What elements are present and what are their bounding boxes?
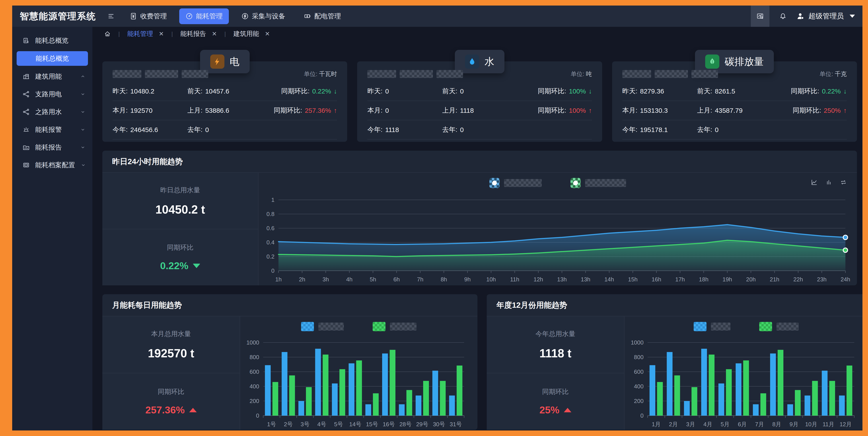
sidebar-item-2[interactable]: 建筑用能: [12, 68, 92, 85]
close-icon[interactable]: ✕: [212, 30, 217, 37]
tab-separator: |: [224, 31, 226, 37]
card-stat-cell: 同期环比: 250%↑: [772, 106, 847, 115]
building-icon: [22, 73, 30, 80]
chart-legend: [258, 173, 857, 193]
svg-text:600: 600: [634, 368, 644, 375]
tab-label: 能耗管理: [127, 29, 153, 38]
card-stat-cell: 今年: 1118: [367, 125, 442, 134]
tab-能耗报告[interactable]: 能耗报告✕: [180, 29, 217, 38]
sidebar-item-4[interactable]: 之路用水: [12, 103, 92, 121]
stat-cell-label: 同期环比:: [793, 106, 821, 115]
redacted-legend-label: [318, 322, 344, 331]
stat-cell-label: 今年:: [622, 125, 638, 134]
summary-card-水: 水单位: 吨昨天: 0前天: 0同期环比: 100%↓本月: 0上月: 1118…: [357, 61, 602, 142]
stat-cell-label: 同期环比:: [791, 87, 819, 96]
chevron-down-icon: [80, 145, 86, 150]
chart-toolbar: [810, 179, 847, 186]
svg-text:10月: 10月: [805, 421, 817, 428]
svg-text:18h: 18h: [699, 276, 709, 283]
card-stat-cell: 昨天: 10480.2: [113, 87, 187, 96]
legend-marker-blue: [694, 322, 707, 331]
card-stat-cell: 前天: 8261.5: [697, 87, 772, 96]
svg-text:4月: 4月: [703, 421, 712, 428]
redacted-text-block: [145, 70, 178, 78]
unit-value: 吨: [586, 71, 592, 77]
card-stat-cell: 同期环比: 0.22%↓: [772, 87, 847, 96]
nav-item-采集与设备[interactable]: 采集与设备: [235, 8, 291, 24]
legend-marker-green: [373, 322, 385, 331]
svg-text:0.6: 0.6: [267, 225, 275, 231]
close-icon[interactable]: ✕: [159, 30, 164, 37]
nav-item-能耗管理[interactable]: 能耗管理: [179, 8, 229, 24]
redacted-site-name: [367, 70, 463, 78]
monthly-bar-chart: 020040060080010001月2月3月4月5月6月7月8月9月10月11…: [624, 337, 863, 430]
stat-cell-value: 8261.5: [715, 88, 735, 95]
user-menu[interactable]: 超级管理员: [797, 11, 855, 21]
screenshot-frame: { "navbar": { "brand": "智慧能源管理系统", "menu…: [0, 0, 868, 436]
tab-能耗管理[interactable]: 能耗管理✕: [127, 29, 164, 38]
nav-item-配电管理[interactable]: 配电管理: [298, 8, 347, 24]
stat-label: 同期环比: [158, 387, 184, 396]
branch-icon: [22, 108, 30, 116]
restore-chart-icon[interactable]: [840, 179, 847, 186]
svg-text:0: 0: [271, 268, 275, 274]
svg-text:16号: 16号: [382, 421, 395, 428]
tab-label: 建筑用能: [234, 29, 259, 38]
card-stat-cell: 同期环比: 0.22%↓: [262, 87, 337, 96]
card-stat-cell: 上月: 53886.6: [187, 106, 262, 115]
sidebar-item-6[interactable]: 能耗报告: [12, 138, 92, 156]
nav-item-label: 能耗管理: [196, 12, 223, 21]
chevron-down-icon: [80, 91, 86, 97]
chart-search-button[interactable]: [751, 5, 769, 27]
redacted-text-block: [436, 70, 463, 78]
svg-text:3号: 3号: [301, 421, 309, 428]
stat-label: 今年总用水量: [535, 330, 575, 339]
svg-text:5号: 5号: [334, 421, 343, 428]
svg-text:11h: 11h: [510, 276, 519, 283]
svg-text:11月: 11月: [823, 421, 834, 428]
stat-cell-value: 0: [715, 126, 719, 133]
svg-text:600: 600: [250, 368, 259, 375]
legend-item-green-series[interactable]: [759, 322, 799, 331]
hourly-trend-panel: 昨日24小时用能趋势 昨日总用水量 10450.2 t 同期环比 0.22%: [102, 151, 857, 285]
sidebar-item-0[interactable]: 能耗总概览: [12, 32, 92, 50]
monthly-trend-panel: 年度12月份用能趋势 今年总用水量 1118 t 同期环比 25%: [487, 294, 863, 430]
svg-text:5h: 5h: [370, 276, 376, 283]
card-stat-cell: 同期环比: 100%↓: [517, 87, 592, 96]
svg-text:20h: 20h: [746, 276, 756, 283]
sidebar-collapse-button[interactable]: [107, 12, 115, 20]
nav-item-收费管理[interactable]: 收费管理: [123, 8, 173, 24]
home-icon[interactable]: [104, 31, 111, 37]
tab-建筑用能[interactable]: 建筑用能✕: [234, 29, 270, 38]
stat-cell-label: 同期环比:: [538, 87, 566, 96]
legend-item-green-series[interactable]: [373, 322, 416, 331]
legend-item-green-series[interactable]: [570, 178, 626, 188]
notifications-bell-icon[interactable]: [779, 12, 787, 20]
stat-cell-value: 53886.6: [205, 107, 229, 114]
close-icon[interactable]: ✕: [265, 30, 270, 37]
stat-label: 本月总用水量: [151, 330, 191, 339]
legend-marker-green: [759, 322, 772, 331]
redacted-legend-label: [711, 322, 731, 331]
stat-cell-label: 去年:: [442, 125, 457, 134]
redacted-legend-label: [504, 179, 542, 187]
stat-cell-label: 前天:: [187, 87, 203, 96]
sidebar-item-5[interactable]: 能耗报警: [12, 121, 92, 138]
sidebar-item-3[interactable]: 支路用电: [12, 85, 92, 103]
legend-item-blue-series[interactable]: [694, 322, 731, 331]
toggle-bar-chart-icon[interactable]: [825, 179, 833, 186]
svg-text:0: 0: [256, 412, 259, 419]
stat-cell-value: 195178.1: [640, 126, 668, 133]
sidebar-item-7[interactable]: 能耗档案配置: [12, 156, 92, 174]
sidebar-item-label: 能耗总概览: [35, 36, 68, 45]
sidebar-subitem-active[interactable]: 能耗总概览: [17, 51, 88, 66]
stat-cell-label: 上月:: [697, 106, 712, 115]
card-stat-cell: 去年: 0: [697, 125, 772, 134]
legend-item-blue-series[interactable]: [301, 322, 344, 331]
toggle-line-chart-icon[interactable]: [810, 179, 818, 186]
main-content: |能耗管理✕|能耗报告✕|建筑用能✕ 电单位: 千瓦时昨天: 10480.2前天…: [92, 27, 863, 431]
stat-cell-value: 246456.6: [130, 126, 158, 133]
stat-cell-label: 去年:: [187, 125, 203, 134]
stat-cell-value: 250%: [824, 107, 841, 114]
legend-item-blue-series[interactable]: [489, 178, 542, 188]
